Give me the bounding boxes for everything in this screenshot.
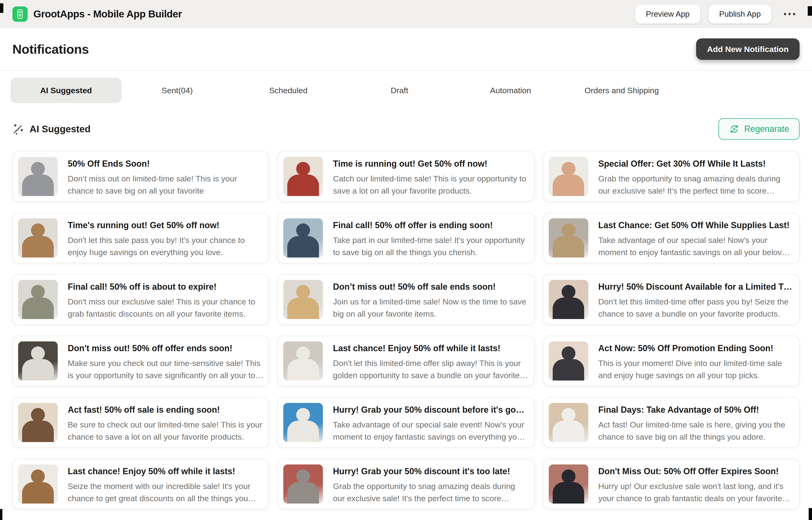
notification-card[interactable]: Hurry! Grab your 50% discount it's too l…: [278, 459, 534, 509]
magic-wand-icon: [12, 123, 24, 135]
notification-title: Special Offer: Get 30% Off While It Last…: [598, 159, 794, 169]
notification-description: This is your moment! Dive into our limit…: [598, 357, 794, 382]
screen-corner-artifact: [0, 509, 2, 520]
person-photo-placeholder: [31, 162, 45, 176]
notification-card[interactable]: Final call! 50% off is about to expire! …: [12, 274, 269, 325]
notification-card[interactable]: Last Chance: Get 50% Off While Supplies …: [543, 213, 800, 263]
person-photo-placeholder: [561, 162, 575, 176]
notification-title: Final call! 50% off is about to expire!: [68, 282, 263, 292]
add-new-notification-button[interactable]: Add New Notification: [696, 38, 800, 60]
notification-card[interactable]: Final Days: Take Advantage of 50% Off! A…: [543, 397, 800, 448]
person-photo-placeholder: [561, 469, 575, 483]
notification-title: 50% Off Ends Soon!: [68, 159, 263, 169]
person-photo-placeholder: [296, 285, 310, 299]
tab-draft[interactable]: Draft: [344, 78, 455, 103]
notification-title: Time's running out! Get 50% off now!: [68, 220, 263, 230]
person-photo-placeholder: [561, 408, 575, 422]
notification-card[interactable]: Last chance! Enjoy 50% off while it last…: [12, 459, 269, 509]
app-logo-icon: [12, 6, 28, 22]
notification-card[interactable]: Final call! 50% off offer is ending soon…: [278, 213, 534, 263]
regenerate-button[interactable]: Regenarate: [718, 118, 800, 140]
person-photo-placeholder: [31, 285, 45, 299]
notification-title: Hurry! Grab your 50% discount before it'…: [333, 405, 528, 415]
notification-card[interactable]: Act fast! 50% off sale is ending soon! B…: [12, 397, 269, 448]
notification-title: Hurry! 50% Discount Available for a Limi…: [598, 282, 794, 292]
notification-card[interactable]: Don't Miss Out: 50% Off Offer Expires So…: [543, 459, 800, 509]
man-in-gray-blazer-red-door-thumbnail: [283, 464, 323, 503]
woman-in-black-hat-and-white-dress-thumbnail: [549, 341, 588, 381]
app-title: GrootApps - Mobile App Builder: [33, 8, 182, 20]
notification-title: Last chance! Enjoy 50% off while it last…: [68, 466, 263, 476]
person-photo-placeholder: [561, 285, 575, 299]
notification-title: Last chance! Enjoy 50% off while it last…: [333, 343, 528, 353]
notification-card[interactable]: Hurry! Grab your 50% discount before it'…: [278, 397, 534, 448]
section-title: AI Suggested: [30, 124, 90, 134]
notification-description: Grab the opportunity to snag amazing dea…: [333, 480, 528, 504]
notification-description: Grab the opportunity to snag amazing dea…: [598, 173, 794, 197]
woman-in-white-blazer-thumbnail: [283, 341, 323, 381]
notification-description: Take advantage of our special sale! Now'…: [598, 234, 794, 258]
notification-title: Time is running out! Get 50% off now!: [333, 159, 528, 169]
man-in-tan-trench-on-street-thumbnail: [549, 218, 588, 258]
woman-in-brown-cape-thumbnail: [18, 403, 58, 442]
page-title: Notifications: [12, 42, 89, 56]
notification-description: Join us for a limited-time sale! Now is …: [333, 296, 528, 320]
screen-corner-artifact: [809, 508, 812, 520]
person-photo-placeholder: [296, 162, 310, 176]
notification-card[interactable]: Time's running out! Get 50% off now! Don…: [12, 213, 269, 263]
preview-app-button[interactable]: Preview App: [635, 4, 700, 24]
notification-description: Don't let this sale pass you by! It's yo…: [68, 234, 263, 258]
person-photo-placeholder: [31, 224, 45, 237]
tab-sent[interactable]: Sent(04): [122, 78, 233, 103]
notification-description: Act fast! Our limited-time sale is here,…: [598, 419, 794, 443]
notification-description: Hurry up! Our exclusive sale won't last …: [598, 480, 794, 504]
notification-description: Seize the moment with our incredible sal…: [68, 480, 263, 504]
person-photo-placeholder: [296, 408, 310, 422]
notification-tabs: AI Suggested Sent(04) Scheduled Draft Au…: [0, 71, 812, 104]
person-photo-placeholder: [561, 346, 575, 360]
notification-card[interactable]: Act Now: 50% Off Promotion Ending Soon! …: [543, 336, 800, 386]
tab-automation[interactable]: Automation: [455, 78, 566, 103]
person-photo-placeholder: [31, 469, 45, 483]
publish-app-button[interactable]: Publish App: [708, 4, 771, 24]
tab-scheduled[interactable]: Scheduled: [233, 78, 344, 103]
smartphone-smiley-icon: [15, 8, 26, 20]
tab-ai-suggested[interactable]: AI Suggested: [10, 78, 122, 103]
ellipsis-icon: [784, 13, 786, 15]
refresh-sparkle-icon: [729, 124, 739, 134]
woman-in-black-dress-by-doorway-thumbnail: [549, 280, 588, 319]
app-bar: GrootApps - Mobile App Builder Preview A…: [0, 0, 812, 28]
woman-on-city-street-thumbnail: [549, 403, 588, 442]
person-photo-placeholder: [296, 346, 310, 360]
woman-in-black-by-brick-wall-thumbnail: [549, 464, 588, 503]
person-photo-placeholder: [31, 346, 45, 360]
notification-title: Act Now: 50% Off Promotion Ending Soon!: [598, 343, 794, 353]
section-header: AI Suggested Regenarate: [12, 118, 800, 140]
notification-card[interactable]: Time is running out! Get 50% off now! Ca…: [278, 151, 534, 202]
notification-card[interactable]: Don’t miss out! 50% off sale ends soon! …: [278, 274, 534, 325]
person-photo-placeholder: [296, 469, 310, 483]
page-header: Notifications Add New Notification: [0, 28, 812, 71]
notification-card[interactable]: 50% Off Ends Soon! Don’t miss out on lim…: [12, 151, 269, 202]
more-options-button[interactable]: [780, 13, 800, 15]
notification-description: Take part in our limited-time sale! It's…: [333, 234, 528, 258]
notification-card[interactable]: Last chance! Enjoy 50% off while it last…: [278, 336, 534, 386]
notification-title: Final Days: Take Advantage of 50% Off!: [598, 405, 794, 415]
man-in-olive-trench-coat-thumbnail: [18, 280, 58, 319]
tab-orders-and-shipping[interactable]: Orders and Shipping: [566, 78, 677, 103]
regenerate-button-label: Regenarate: [744, 124, 789, 134]
notification-description: Catch our limited-time sale! This is you…: [333, 173, 528, 197]
notification-card[interactable]: Don't miss out! 50% off offer ends soon!…: [12, 336, 269, 386]
woman-in-camel-trench-coat-thumbnail: [18, 218, 58, 258]
notification-description: Make sure you check out our time-sensiti…: [68, 357, 263, 382]
notification-description: Be sure to check out our limited-time sa…: [68, 419, 263, 443]
notification-title: Hurry! Grab your 50% discount it's too l…: [333, 466, 528, 476]
notification-description: Don't let this limited-time offer pass y…: [598, 296, 794, 320]
notification-card[interactable]: Special Offer: Get 30% Off While It Last…: [543, 151, 800, 202]
woman-in-gray-fur-coat-thumbnail: [18, 157, 58, 196]
man-in-white-shirt-blue-sky-thumbnail: [283, 403, 323, 442]
woman-in-tan-puffer-jacket-thumbnail: [283, 280, 323, 319]
notification-card[interactable]: Hurry! 50% Discount Available for a Limi…: [543, 274, 800, 325]
notification-title: Don't Miss Out: 50% Off Offer Expires So…: [598, 466, 794, 476]
two-children-in-red-outfits-thumbnail: [283, 157, 323, 196]
